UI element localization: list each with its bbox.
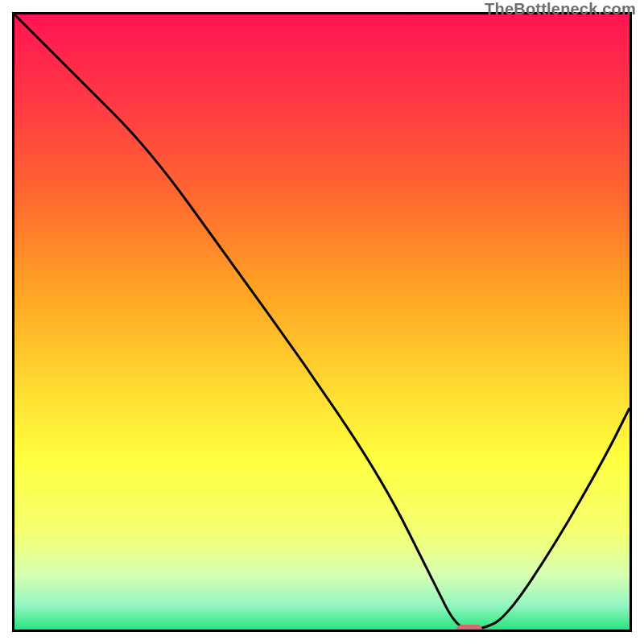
watermark-text: TheBottleneck.com xyxy=(485,0,636,19)
bottleneck-curve xyxy=(14,14,630,630)
optimal-marker xyxy=(456,625,482,632)
chart-frame xyxy=(12,12,632,632)
